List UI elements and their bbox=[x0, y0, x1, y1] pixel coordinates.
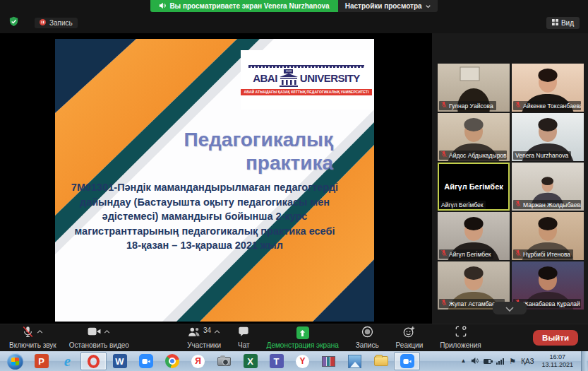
network-signal-icon[interactable] bbox=[496, 358, 504, 365]
mic-muted-icon bbox=[515, 101, 521, 110]
record-dot-icon bbox=[40, 19, 46, 27]
taskbar-icon-windows-start[interactable] bbox=[2, 352, 28, 370]
participant-tile[interactable]: Айкенке Токсанбаева bbox=[512, 64, 584, 112]
view-settings-button[interactable]: Настройки просмотра bbox=[338, 0, 438, 12]
participant-name-label: Айгүл Бегімбек bbox=[439, 201, 486, 209]
participant-tile[interactable]: Айдос Абдыкадыров bbox=[438, 113, 510, 161]
participant-tile[interactable]: Нұрбибі Итенова bbox=[512, 212, 584, 260]
taskbar-icon-opera[interactable] bbox=[80, 352, 107, 370]
meeting-top-bar: Вы просматриваете экран Venera Nurzhanov… bbox=[0, 0, 588, 33]
viewing-banner-text: Вы просматриваете экран Venera Nurzhanov… bbox=[169, 2, 329, 10]
record-icon bbox=[361, 326, 373, 341]
toolbar-button-mic-muted[interactable]: Включить звук bbox=[3, 324, 63, 351]
presentation-slide: ABAI 1928 UNIVERSITY АБАЙ АТЫНДАҒЫ ҚАЗАҚ… bbox=[55, 39, 374, 322]
participants-icon bbox=[188, 326, 200, 340]
system-tray: ▲ ⚑ ҚАЗ 16:07 13.11.2021 bbox=[460, 351, 588, 371]
participant-tile[interactable]: Айгүл БегімбекАйгүл Бегімбек bbox=[438, 163, 510, 211]
viewing-screen-banner: Вы просматриваете экран Venera Nurzhanov… bbox=[150, 0, 337, 12]
recording-label: Запись bbox=[49, 19, 73, 27]
logo-banner-text: АБАЙ АТЫНДАҒЫ ҚАЗАҚ ҰЛТТЫҚ ПЕДАГОГИКАЛЫҚ… bbox=[241, 89, 372, 95]
logo-cornice bbox=[248, 65, 364, 68]
taskbar-icon-teams[interactable]: T bbox=[263, 352, 289, 370]
windows-taskbar: PeWЯXTY ▲ ⚑ ҚАЗ 16:07 13.11.2021 bbox=[0, 351, 588, 371]
toolbar-button-share-screen[interactable]: Демонстрация экрана bbox=[260, 324, 345, 351]
participant-tile[interactable]: Гулнар Уайсова bbox=[438, 64, 510, 112]
toolbar-button-record[interactable]: Запись bbox=[349, 324, 385, 351]
taskbar-icon-chrome[interactable] bbox=[159, 352, 185, 370]
view-button[interactable]: Вид bbox=[546, 17, 580, 29]
mic-muted-icon bbox=[441, 101, 447, 110]
toolbar-button-label: Остановить видео bbox=[69, 341, 129, 349]
taskbar-icon-yandex-browser[interactable]: Я bbox=[185, 352, 211, 370]
university-logo: ABAI 1928 UNIVERSITY АБАЙ АТЫНДАҒЫ ҚАЗАҚ… bbox=[241, 50, 372, 110]
participant-name-label: Venera Nurzhanova bbox=[513, 151, 571, 160]
participant-tile[interactable]: Venera Nurzhanova bbox=[512, 113, 584, 161]
mic-muted-icon bbox=[441, 249, 447, 259]
more-participants-button[interactable] bbox=[493, 302, 527, 314]
mic-muted-icon bbox=[515, 200, 521, 209]
chevron-up-icon[interactable] bbox=[214, 324, 220, 336]
volume-icon[interactable] bbox=[471, 355, 479, 367]
toolbar-button-participants[interactable]: 34Участники bbox=[181, 324, 227, 351]
taskbar-icon-winrar[interactable] bbox=[316, 352, 342, 370]
taskbar-icon-photos[interactable] bbox=[342, 352, 368, 370]
zoom-meeting-window: Вы просматриваете экран Venera Nurzhanov… bbox=[0, 0, 588, 371]
building-icon: 1928 bbox=[280, 69, 298, 88]
tray-date: 13.11.2021 bbox=[542, 361, 573, 369]
shield-check-icon[interactable] bbox=[8, 16, 19, 30]
mic-muted-icon bbox=[515, 249, 521, 259]
slide-body-text: 7М01301-Пәндік мамандандырылмаған педаго… bbox=[71, 180, 339, 253]
chat-icon bbox=[238, 326, 249, 340]
tray-time: 16:07 bbox=[542, 353, 573, 361]
battery-icon[interactable] bbox=[484, 359, 491, 364]
toolbar-button-chat[interactable]: Чат bbox=[232, 324, 256, 351]
chevron-up-icon[interactable] bbox=[37, 324, 43, 336]
toolbar-button-label: Демонстрация экрана bbox=[267, 341, 339, 349]
participant-name-label: Айгүл Бегімбек bbox=[439, 249, 493, 259]
taskbar-icon-camera-app[interactable] bbox=[211, 352, 237, 370]
recording-indicator[interactable]: Запись bbox=[35, 18, 78, 28]
logo-word-abai: ABAI bbox=[253, 72, 277, 84]
taskbar-icon-excel[interactable]: X bbox=[237, 352, 263, 370]
participants-count-badge: 34 bbox=[203, 326, 211, 334]
toolbar-button-label: Запись bbox=[356, 341, 379, 349]
participant-name-label: Нұрбибі Итенова bbox=[513, 249, 573, 259]
show-desktop-button[interactable] bbox=[581, 351, 587, 371]
apps-icon bbox=[455, 326, 467, 340]
taskbar-icon-powerpoint[interactable]: P bbox=[28, 352, 54, 370]
toolbar-button-label: Чат bbox=[238, 341, 250, 349]
participant-tile[interactable]: Айгүл Бегімбек bbox=[438, 212, 510, 260]
speaker-icon bbox=[159, 2, 166, 11]
shared-screen-area: ABAI 1928 UNIVERSITY АБАЙ АТЫНДАҒЫ ҚАЗАҚ… bbox=[0, 33, 432, 324]
logo-word-university: UNIVERSITY bbox=[300, 72, 360, 84]
participant-tile[interactable]: Маржан Жолдыбаева bbox=[512, 163, 584, 211]
chevron-down-icon bbox=[426, 2, 431, 10]
zoom-toolbar: Включить звукОстановить видео 34Участник… bbox=[0, 324, 588, 351]
hidden-icons-chevron[interactable]: ▲ bbox=[460, 358, 466, 364]
taskbar-icon-zoom-app[interactable] bbox=[133, 352, 159, 370]
toolbar-button-video-camera[interactable]: Остановить видео bbox=[63, 324, 136, 351]
toolbar-button-label: Включить звук bbox=[9, 341, 56, 349]
taskbar-icon-file-explorer[interactable] bbox=[368, 352, 394, 370]
toolbar-button-label: Реакции bbox=[396, 341, 424, 349]
participants-sidebar: Гулнар УайсоваАйкенке ТоксанбаеваАйдос А… bbox=[432, 33, 588, 324]
action-center-flag-icon[interactable]: ⚑ bbox=[509, 358, 516, 365]
keyboard-language[interactable]: ҚАЗ bbox=[521, 358, 534, 365]
taskbar-icon-zoom-meeting[interactable] bbox=[394, 352, 420, 370]
participant-name-label: Маржан Жолдыбаева bbox=[513, 200, 581, 209]
mic-muted-icon bbox=[22, 326, 34, 341]
slide-title: Педагогикалық практика bbox=[136, 128, 333, 175]
taskbar-icon-yandex-search[interactable]: Y bbox=[289, 352, 316, 370]
taskbar-icon-word[interactable]: W bbox=[107, 352, 133, 370]
participant-name-label: Айдос Абдыкадыров bbox=[439, 151, 507, 160]
participant-name-label: Гулнар Уайсова bbox=[439, 101, 496, 110]
reactions-icon bbox=[403, 326, 415, 341]
toolbar-button-apps[interactable]: Приложения bbox=[433, 324, 488, 351]
chevron-up-icon[interactable] bbox=[104, 324, 110, 336]
mic-muted-icon bbox=[441, 299, 447, 308]
taskbar-clock[interactable]: 16:07 13.11.2021 bbox=[539, 353, 576, 369]
toolbar-button-label: Приложения bbox=[440, 341, 481, 349]
taskbar-icon-internet-explorer[interactable]: e bbox=[54, 352, 80, 370]
toolbar-button-reactions[interactable]: Реакции bbox=[390, 324, 430, 351]
leave-meeting-button[interactable]: Выйти bbox=[533, 330, 578, 346]
